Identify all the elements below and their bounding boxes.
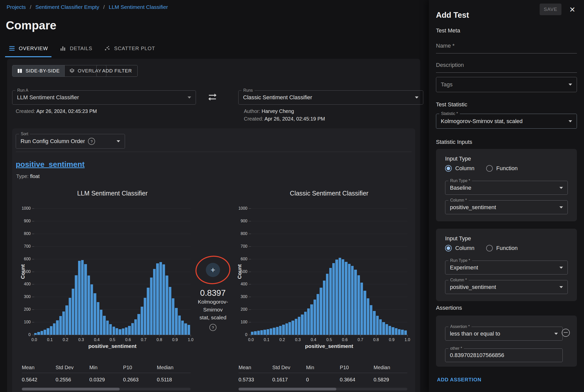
y-tick-label: 100	[233, 320, 247, 324]
histogram-bar	[335, 260, 338, 335]
histogram-bar	[141, 307, 143, 335]
help-icon[interactable]: ?	[88, 138, 95, 145]
x-tick-mark	[81, 335, 81, 337]
sort-value: Run Config Column Order	[21, 138, 85, 145]
histogram-bar	[184, 323, 187, 335]
help-icon[interactable]: ?	[209, 324, 216, 331]
run-a-select[interactable]: Run A LLM Sentiment Classifier	[12, 90, 196, 105]
save-button[interactable]: SAVE	[540, 4, 561, 15]
x-tick-mark	[191, 335, 191, 337]
histogram-bar	[279, 326, 282, 335]
gridline	[34, 272, 191, 272]
x-tick-mark	[267, 335, 267, 337]
y-tick-mark	[32, 309, 34, 310]
y-tick-mark	[249, 272, 251, 272]
tab-overview[interactable]: OVERVIEW	[5, 40, 51, 57]
feature-link-positive-sentiment[interactable]: positive_sentiment	[16, 160, 85, 169]
breadcrumb-projects[interactable]: Projects	[7, 4, 26, 10]
stats-table: MeanStd DevMinP10Median 0.57330.161700.3…	[239, 364, 407, 390]
stat-value: 0.8397	[200, 288, 226, 298]
histogram-bar	[150, 278, 153, 335]
radio-function[interactable]: Function	[486, 165, 518, 172]
y-tick-label: 700	[16, 244, 31, 249]
y-tick-mark	[32, 221, 34, 221]
assertion-select[interactable]: Assertion * less than or equal to	[445, 327, 563, 341]
histogram-bar	[386, 324, 388, 335]
plot-area: 010020030040050060070080090010000.00.10.…	[34, 208, 191, 335]
sort-select[interactable]: Sort Run Config Column Order ?	[16, 134, 125, 149]
breadcrumb-llm-sentiment-classifier[interactable]: LLM Sentiment Classifier	[109, 4, 168, 10]
radio-column[interactable]: Column	[445, 245, 474, 251]
divider	[16, 152, 412, 152]
add-assertion-button[interactable]: ADD ASSERTION	[437, 377, 481, 383]
radio-unselected-icon	[486, 245, 493, 251]
run-type-select[interactable]: Run Type * Baseline	[445, 181, 568, 195]
x-tick-label: 0.7	[138, 338, 149, 342]
histogram-bar	[317, 294, 319, 335]
histogram-bar	[109, 324, 112, 335]
add-filter-button[interactable]: ADD FILTER	[96, 65, 138, 77]
x-tick-label: 1.0	[402, 338, 413, 342]
swap-runs-button[interactable]	[207, 92, 217, 102]
description-field[interactable]: Description	[436, 62, 577, 73]
breadcrumb-sentiment-classifier-empty[interactable]: Sentiment Classifier Empty	[35, 4, 99, 10]
radio-column[interactable]: Column	[445, 165, 474, 172]
tags-select[interactable]: Tags	[436, 77, 577, 92]
tab-details[interactable]: DETAILS	[56, 40, 96, 57]
histogram-bar	[128, 326, 131, 335]
assertion-other-input[interactable]: other * 0.8397028107566856	[445, 348, 563, 362]
column-select[interactable]: Column * positive_sentiment	[445, 280, 568, 294]
histogram-bar	[162, 264, 165, 335]
histogram-bar	[295, 319, 297, 335]
tags-placeholder: Tags	[441, 81, 452, 88]
x-tick-mark	[50, 335, 50, 337]
histogram-bar	[72, 289, 74, 335]
scrollbar-thumb[interactable]	[239, 388, 336, 390]
add-test-button[interactable]: +	[206, 263, 220, 277]
column-select[interactable]: Column * positive_sentiment	[445, 200, 568, 214]
horizontal-scrollbar[interactable]	[22, 388, 191, 390]
close-icon[interactable]: ✕	[569, 5, 575, 15]
tab-label: DETAILS	[70, 46, 92, 51]
run-b-select[interactable]: Runs Classic Sentiment Classifier	[238, 90, 423, 105]
histogram-bar	[395, 328, 397, 335]
histogram-bar	[69, 298, 71, 335]
chart-llm-sentiment: LLM Sentiment Classifier Count 010020030…	[16, 188, 193, 392]
scatter-plot-icon	[104, 45, 111, 52]
histogram-bar	[178, 316, 181, 335]
stats-value-row: 0.57330.161700.36640.5829	[239, 376, 407, 383]
histogram-bar	[81, 260, 84, 335]
histogram-bar	[50, 326, 52, 335]
x-tick-mark	[144, 335, 144, 337]
histogram-bar	[122, 328, 124, 335]
histogram-bar	[37, 332, 40, 335]
tab-label: OVERVIEW	[19, 46, 48, 51]
y-tick-mark	[249, 259, 251, 259]
tab-scatter-plot[interactable]: SCATTER PLOT	[100, 40, 159, 57]
list-icon	[9, 45, 15, 52]
histogram-bar	[357, 275, 360, 335]
histogram-bar	[370, 305, 372, 335]
section-test-statistic: Test Statistic	[436, 101, 467, 108]
radio-function[interactable]: Function	[486, 245, 518, 251]
stat-value-cell: 0.5733	[239, 376, 272, 383]
x-tick-label: 0.6	[339, 338, 350, 342]
x-tick-mark	[128, 335, 128, 337]
side-by-side-toggle[interactable]: SIDE-BY-SIDE	[12, 65, 64, 76]
run-a-created: Created: Apr 26, 2024, 02:45:23 PM	[16, 108, 97, 114]
statistic-select[interactable]: Statistic * Kolmogorov-Smirnov stat, sca…	[436, 114, 577, 129]
gridline	[251, 221, 407, 221]
x-tick-label: 0.4	[91, 338, 102, 342]
stats-value-row: 0.56420.25560.03290.26630.5118	[22, 376, 191, 383]
scrollbar-thumb[interactable]	[22, 388, 120, 390]
name-field[interactable]: Name *	[436, 43, 577, 53]
histogram-bar	[137, 314, 140, 335]
horizontal-scrollbar[interactable]	[239, 388, 407, 390]
remove-assertion-icon[interactable]	[562, 329, 570, 337]
run-a-label: Run A	[15, 88, 30, 93]
x-tick-mark	[175, 335, 175, 337]
histogram-bar	[342, 259, 344, 335]
input-type-heading: Input Type	[445, 235, 471, 242]
y-tick-mark	[249, 284, 251, 284]
run-type-select[interactable]: Run Type * Experiment	[445, 261, 568, 275]
